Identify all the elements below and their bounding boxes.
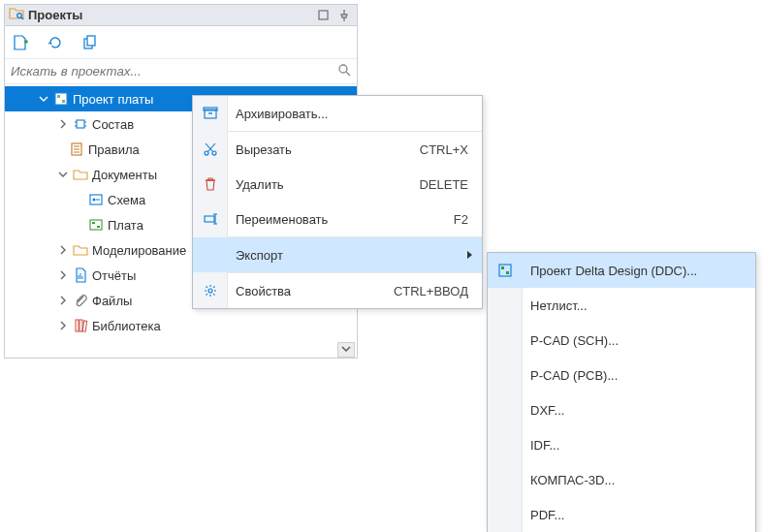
scroll-down-button[interactable]	[337, 342, 355, 358]
tree-item-label: Библиотека	[92, 319, 161, 333]
folder-icon	[73, 242, 88, 258]
panel-title: Проекты	[28, 8, 310, 22]
svg-rect-10	[77, 120, 84, 128]
tree-item-label: Правила	[88, 142, 140, 157]
svg-rect-29	[79, 320, 82, 331]
project-export-icon	[496, 262, 514, 279]
menu-item-properties[interactable]: Свойства CTRL+ВВОД	[193, 273, 482, 308]
svg-line-37	[206, 143, 213, 152]
component-icon	[73, 116, 88, 132]
submenu-item-idf[interactable]: IDF...	[488, 427, 755, 462]
svg-rect-24	[97, 226, 100, 228]
svg-rect-15	[72, 143, 81, 155]
board-icon	[88, 217, 104, 233]
svg-rect-39	[208, 178, 212, 180]
svg-rect-30	[82, 321, 87, 331]
svg-rect-31	[205, 110, 216, 118]
submenu-item-kompas[interactable]: КОМПАС-3D...	[488, 462, 755, 497]
panel-toolbar	[5, 26, 357, 59]
tree-item[interactable]: Библиотека	[5, 313, 357, 338]
folder-search-icon	[9, 6, 24, 24]
menu-item-delete[interactable]: Удалить DELETE	[193, 167, 482, 202]
tree-item-label: Схема	[108, 193, 145, 207]
submenu-item-ddc[interactable]: Проект Delta Design (DDC)...	[488, 253, 755, 288]
menu-item-rename[interactable]: Переименовать F2	[193, 202, 482, 236]
search-input[interactable]	[11, 64, 351, 78]
svg-point-34	[205, 151, 208, 155]
menu-item-label: Удалить	[236, 177, 396, 192]
chevron-right-icon	[57, 118, 69, 130]
submenu-item-label: Нетлист...	[530, 298, 588, 313]
rename-icon	[202, 210, 219, 228]
library-icon	[73, 318, 88, 333]
svg-rect-28	[76, 320, 79, 331]
svg-rect-32	[204, 108, 217, 110]
new-project-button[interactable]	[11, 33, 30, 52]
svg-rect-3	[84, 39, 92, 48]
submenu-item-label: P-CAD (SCH)...	[530, 333, 619, 348]
copy-button[interactable]	[80, 33, 100, 52]
gear-icon	[202, 282, 219, 299]
svg-rect-9	[62, 100, 65, 103]
tree-item-label: Состав	[92, 117, 134, 132]
submenu-item-pcad-pcb[interactable]: P-CAD (PCB)...	[488, 358, 755, 392]
svg-rect-2	[319, 11, 328, 19]
submenu-item-dxf[interactable]: DXF...	[488, 392, 755, 427]
chevron-right-icon	[57, 244, 69, 256]
svg-point-20	[93, 199, 96, 202]
attachment-icon	[73, 293, 88, 308]
svg-rect-40	[205, 216, 214, 222]
panel-titlebar: Проекты	[5, 5, 357, 26]
submenu-item-label: PDF...	[530, 508, 564, 522]
report-icon	[73, 267, 88, 283]
menu-item-label: Вырезать	[236, 142, 397, 157]
menu-item-label: Свойства	[236, 284, 370, 298]
project-icon	[53, 91, 69, 107]
svg-point-44	[208, 289, 212, 293]
tree-item-label: Файлы	[92, 294, 132, 308]
menu-item-shortcut: CTRL+ВВОД	[394, 284, 468, 298]
folder-icon	[73, 167, 88, 182]
tree-item-label: Документы	[92, 168, 157, 182]
submenu-item-label: P-CAD (PCB)...	[530, 368, 618, 383]
tree-item-label: Отчёты	[92, 268, 136, 283]
submenu-item-label: КОМПАС-3D...	[530, 473, 615, 487]
search-icon	[337, 63, 351, 79]
menu-item-cut[interactable]: Вырезать CTRL+X	[193, 132, 482, 167]
menu-item-label: Экспорт	[236, 248, 468, 263]
svg-rect-8	[57, 95, 60, 98]
svg-line-1	[21, 17, 23, 19]
context-menu: Архивировать... Вырезать CTRL+X Удалить …	[192, 95, 483, 309]
menu-item-archive[interactable]: Архивировать...	[193, 96, 482, 131]
submenu-item-label: Проект Delta Design (DDC)...	[530, 264, 697, 278]
pin-button[interactable]	[335, 7, 353, 24]
svg-rect-4	[87, 36, 95, 46]
chevron-down-icon	[57, 169, 69, 180]
search-bar[interactable]	[5, 59, 357, 84]
svg-line-36	[207, 143, 215, 152]
svg-rect-46	[501, 266, 504, 269]
submenu-item-label: DXF...	[530, 403, 564, 418]
maximize-button[interactable]	[314, 7, 332, 24]
svg-point-5	[339, 65, 347, 73]
svg-rect-47	[506, 271, 509, 274]
tree-item-label: Проект платы	[73, 92, 153, 107]
tree-item-label: Моделирование	[92, 243, 186, 258]
menu-item-export[interactable]: Экспорт	[193, 237, 482, 272]
submenu-arrow-icon	[466, 248, 474, 263]
svg-point-35	[212, 151, 216, 155]
refresh-button[interactable]	[46, 33, 65, 52]
submenu-item-label: IDF...	[530, 438, 559, 453]
svg-rect-19	[90, 195, 102, 204]
svg-rect-22	[90, 220, 102, 230]
schematic-icon	[88, 192, 104, 207]
submenu-item-pcad-sch[interactable]: P-CAD (SCH)...	[488, 323, 755, 358]
archive-icon	[202, 105, 219, 122]
submenu-item-netlist[interactable]: Нетлист...	[488, 288, 755, 323]
trash-icon	[202, 175, 219, 193]
svg-rect-45	[499, 265, 511, 276]
chevron-right-icon	[57, 320, 69, 331]
menu-item-label: Переименовать	[236, 212, 430, 227]
submenu-item-pdf[interactable]: PDF...	[488, 497, 755, 532]
svg-rect-7	[55, 93, 67, 105]
